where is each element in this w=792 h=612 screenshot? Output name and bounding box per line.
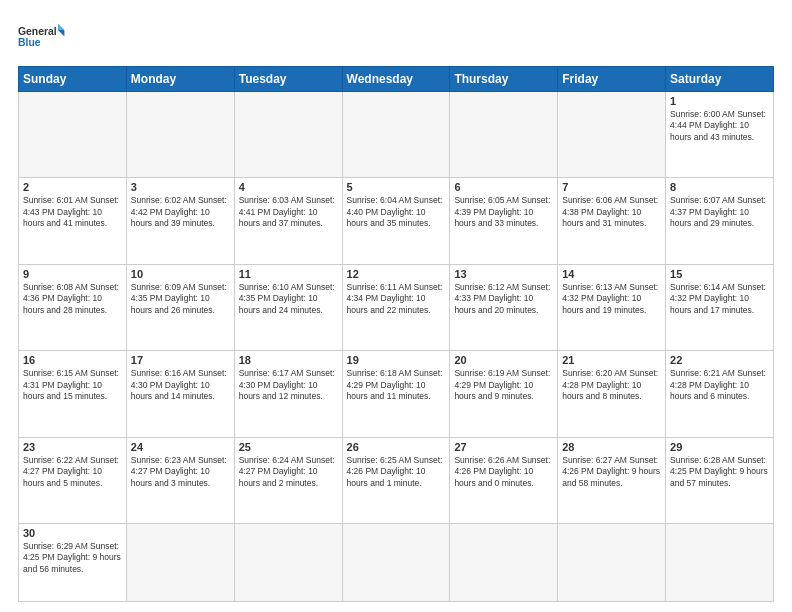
day-number: 24 xyxy=(131,441,230,453)
calendar-cell: 25Sunrise: 6:24 AM Sunset: 4:27 PM Dayli… xyxy=(234,437,342,523)
day-info: Sunrise: 6:26 AM Sunset: 4:26 PM Dayligh… xyxy=(454,455,553,489)
day-number: 5 xyxy=(347,181,446,193)
day-info: Sunrise: 6:00 AM Sunset: 4:44 PM Dayligh… xyxy=(670,109,769,143)
svg-text:General: General xyxy=(18,26,57,37)
day-number: 22 xyxy=(670,354,769,366)
day-info: Sunrise: 6:02 AM Sunset: 4:42 PM Dayligh… xyxy=(131,195,230,229)
calendar-cell: 23Sunrise: 6:22 AM Sunset: 4:27 PM Dayli… xyxy=(19,437,127,523)
calendar-cell: 11Sunrise: 6:10 AM Sunset: 4:35 PM Dayli… xyxy=(234,264,342,350)
day-info: Sunrise: 6:01 AM Sunset: 4:43 PM Dayligh… xyxy=(23,195,122,229)
calendar-cell: 8Sunrise: 6:07 AM Sunset: 4:37 PM Daylig… xyxy=(666,178,774,264)
day-of-week-friday: Friday xyxy=(558,67,666,92)
calendar-week-row: 23Sunrise: 6:22 AM Sunset: 4:27 PM Dayli… xyxy=(19,437,774,523)
day-info: Sunrise: 6:11 AM Sunset: 4:34 PM Dayligh… xyxy=(347,282,446,316)
calendar-cell: 27Sunrise: 6:26 AM Sunset: 4:26 PM Dayli… xyxy=(450,437,558,523)
day-number: 30 xyxy=(23,527,122,539)
calendar-cell xyxy=(342,523,450,601)
day-number: 13 xyxy=(454,268,553,280)
day-number: 9 xyxy=(23,268,122,280)
logo: General Blue xyxy=(18,18,66,58)
calendar-cell: 9Sunrise: 6:08 AM Sunset: 4:36 PM Daylig… xyxy=(19,264,127,350)
day-info: Sunrise: 6:12 AM Sunset: 4:33 PM Dayligh… xyxy=(454,282,553,316)
day-number: 2 xyxy=(23,181,122,193)
day-number: 7 xyxy=(562,181,661,193)
calendar-cell: 13Sunrise: 6:12 AM Sunset: 4:33 PM Dayli… xyxy=(450,264,558,350)
day-number: 11 xyxy=(239,268,338,280)
calendar-cell: 10Sunrise: 6:09 AM Sunset: 4:35 PM Dayli… xyxy=(126,264,234,350)
day-of-week-tuesday: Tuesday xyxy=(234,67,342,92)
calendar-week-row: 30Sunrise: 6:29 AM Sunset: 4:25 PM Dayli… xyxy=(19,523,774,601)
calendar-week-row: 9Sunrise: 6:08 AM Sunset: 4:36 PM Daylig… xyxy=(19,264,774,350)
day-info: Sunrise: 6:20 AM Sunset: 4:28 PM Dayligh… xyxy=(562,368,661,402)
calendar-week-row: 2Sunrise: 6:01 AM Sunset: 4:43 PM Daylig… xyxy=(19,178,774,264)
day-info: Sunrise: 6:09 AM Sunset: 4:35 PM Dayligh… xyxy=(131,282,230,316)
calendar-cell xyxy=(234,92,342,178)
day-info: Sunrise: 6:10 AM Sunset: 4:35 PM Dayligh… xyxy=(239,282,338,316)
calendar-cell: 15Sunrise: 6:14 AM Sunset: 4:32 PM Dayli… xyxy=(666,264,774,350)
day-number: 10 xyxy=(131,268,230,280)
day-info: Sunrise: 6:24 AM Sunset: 4:27 PM Dayligh… xyxy=(239,455,338,489)
day-info: Sunrise: 6:22 AM Sunset: 4:27 PM Dayligh… xyxy=(23,455,122,489)
day-number: 8 xyxy=(670,181,769,193)
calendar-cell: 12Sunrise: 6:11 AM Sunset: 4:34 PM Dayli… xyxy=(342,264,450,350)
day-info: Sunrise: 6:17 AM Sunset: 4:30 PM Dayligh… xyxy=(239,368,338,402)
day-number: 1 xyxy=(670,95,769,107)
calendar-cell xyxy=(558,523,666,601)
calendar-cell xyxy=(450,523,558,601)
day-info: Sunrise: 6:23 AM Sunset: 4:27 PM Dayligh… xyxy=(131,455,230,489)
day-info: Sunrise: 6:29 AM Sunset: 4:25 PM Dayligh… xyxy=(23,541,122,575)
day-number: 26 xyxy=(347,441,446,453)
day-info: Sunrise: 6:19 AM Sunset: 4:29 PM Dayligh… xyxy=(454,368,553,402)
day-number: 27 xyxy=(454,441,553,453)
logo-svg: General Blue xyxy=(18,18,66,58)
day-info: Sunrise: 6:03 AM Sunset: 4:41 PM Dayligh… xyxy=(239,195,338,229)
calendar-cell: 18Sunrise: 6:17 AM Sunset: 4:30 PM Dayli… xyxy=(234,351,342,437)
calendar-cell: 24Sunrise: 6:23 AM Sunset: 4:27 PM Dayli… xyxy=(126,437,234,523)
calendar-cell: 7Sunrise: 6:06 AM Sunset: 4:38 PM Daylig… xyxy=(558,178,666,264)
calendar-cell xyxy=(126,92,234,178)
day-info: Sunrise: 6:28 AM Sunset: 4:25 PM Dayligh… xyxy=(670,455,769,489)
day-number: 16 xyxy=(23,354,122,366)
calendar-cell: 16Sunrise: 6:15 AM Sunset: 4:31 PM Dayli… xyxy=(19,351,127,437)
day-number: 19 xyxy=(347,354,446,366)
calendar-cell xyxy=(342,92,450,178)
header: General Blue xyxy=(18,18,774,58)
day-of-week-monday: Monday xyxy=(126,67,234,92)
calendar-week-row: 1Sunrise: 6:00 AM Sunset: 4:44 PM Daylig… xyxy=(19,92,774,178)
calendar-cell: 5Sunrise: 6:04 AM Sunset: 4:40 PM Daylig… xyxy=(342,178,450,264)
day-info: Sunrise: 6:21 AM Sunset: 4:28 PM Dayligh… xyxy=(670,368,769,402)
calendar-cell: 2Sunrise: 6:01 AM Sunset: 4:43 PM Daylig… xyxy=(19,178,127,264)
calendar-cell: 26Sunrise: 6:25 AM Sunset: 4:26 PM Dayli… xyxy=(342,437,450,523)
svg-marker-3 xyxy=(58,30,64,36)
calendar-cell xyxy=(126,523,234,601)
day-number: 25 xyxy=(239,441,338,453)
day-info: Sunrise: 6:05 AM Sunset: 4:39 PM Dayligh… xyxy=(454,195,553,229)
day-info: Sunrise: 6:04 AM Sunset: 4:40 PM Dayligh… xyxy=(347,195,446,229)
day-info: Sunrise: 6:18 AM Sunset: 4:29 PM Dayligh… xyxy=(347,368,446,402)
day-number: 3 xyxy=(131,181,230,193)
calendar-cell: 3Sunrise: 6:02 AM Sunset: 4:42 PM Daylig… xyxy=(126,178,234,264)
day-info: Sunrise: 6:08 AM Sunset: 4:36 PM Dayligh… xyxy=(23,282,122,316)
page: General Blue SundayMondayTuesdayWednesda… xyxy=(0,0,792,612)
calendar-cell: 14Sunrise: 6:13 AM Sunset: 4:32 PM Dayli… xyxy=(558,264,666,350)
day-of-week-thursday: Thursday xyxy=(450,67,558,92)
day-of-week-wednesday: Wednesday xyxy=(342,67,450,92)
day-info: Sunrise: 6:13 AM Sunset: 4:32 PM Dayligh… xyxy=(562,282,661,316)
calendar-cell: 17Sunrise: 6:16 AM Sunset: 4:30 PM Dayli… xyxy=(126,351,234,437)
calendar-table: SundayMondayTuesdayWednesdayThursdayFrid… xyxy=(18,66,774,602)
day-number: 21 xyxy=(562,354,661,366)
calendar-cell xyxy=(450,92,558,178)
calendar-cell: 30Sunrise: 6:29 AM Sunset: 4:25 PM Dayli… xyxy=(19,523,127,601)
calendar-cell: 4Sunrise: 6:03 AM Sunset: 4:41 PM Daylig… xyxy=(234,178,342,264)
day-number: 4 xyxy=(239,181,338,193)
day-info: Sunrise: 6:16 AM Sunset: 4:30 PM Dayligh… xyxy=(131,368,230,402)
day-number: 6 xyxy=(454,181,553,193)
calendar-cell: 21Sunrise: 6:20 AM Sunset: 4:28 PM Dayli… xyxy=(558,351,666,437)
day-number: 28 xyxy=(562,441,661,453)
day-info: Sunrise: 6:06 AM Sunset: 4:38 PM Dayligh… xyxy=(562,195,661,229)
svg-text:Blue: Blue xyxy=(18,37,41,48)
day-number: 12 xyxy=(347,268,446,280)
day-info: Sunrise: 6:14 AM Sunset: 4:32 PM Dayligh… xyxy=(670,282,769,316)
calendar-cell xyxy=(558,92,666,178)
day-number: 17 xyxy=(131,354,230,366)
